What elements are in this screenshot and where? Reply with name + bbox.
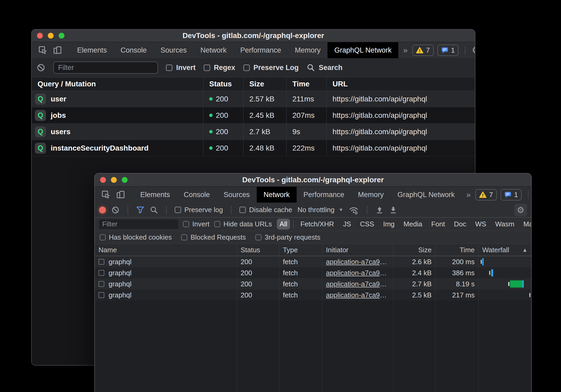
device-toolbar-icon[interactable] (113, 187, 128, 203)
col-size[interactable]: Size (243, 77, 286, 91)
col-status[interactable]: Status (237, 244, 279, 256)
checkbox[interactable] (204, 64, 210, 71)
initiator-link[interactable]: application-a7ca9d0… (326, 280, 389, 288)
initiator-link[interactable]: application-a7ca9d0… (326, 269, 389, 277)
table-row[interactable]: graphql 200 fetch application-a7ca9d0… 2… (95, 256, 531, 267)
table-row[interactable]: graphql 200 fetch application-a7ca9d0… 2… (95, 278, 531, 290)
more-tabs-icon[interactable]: » (461, 187, 475, 203)
filter-funnel-icon[interactable] (136, 206, 144, 214)
tab-console[interactable]: Console (177, 187, 217, 203)
warnings-badge[interactable]: 7 (475, 189, 497, 200)
zoom-button[interactable] (122, 177, 128, 183)
tab-elements[interactable]: Elements (133, 187, 177, 203)
tab-network[interactable]: Network (257, 187, 297, 203)
col-size[interactable]: Size (393, 244, 435, 256)
checkbox[interactable] (255, 234, 261, 240)
row-checkbox[interactable] (99, 292, 104, 298)
table-row[interactable]: graphql 200 fetch application-a7ca9d0… 2… (95, 267, 531, 278)
checkbox[interactable] (181, 234, 187, 240)
tab-sources[interactable]: Sources (154, 42, 194, 58)
minimize-button[interactable] (111, 177, 117, 183)
search-icon[interactable] (150, 206, 158, 214)
col-initiator[interactable]: Initiator (322, 244, 393, 256)
regex-checkbox[interactable]: Regex (204, 64, 235, 72)
titlebar[interactable]: DevTools - gitlab.com/-/graphql-explorer (95, 174, 531, 187)
type-filter-all[interactable]: All (277, 219, 290, 230)
has-blocked-cookies-checkbox[interactable]: Has blocked cookies (100, 233, 172, 241)
col-time[interactable]: Time (286, 77, 326, 91)
invert-checkbox[interactable]: Invert (166, 64, 196, 72)
type-filter-font[interactable]: Font (428, 219, 448, 230)
clear-icon[interactable] (111, 206, 120, 214)
tab-network[interactable]: Network (194, 42, 233, 58)
tab-graphql-network[interactable]: GraphQL Network (328, 42, 399, 58)
col-query-mutation[interactable]: Query / Mutation (32, 77, 203, 91)
network-settings-gear-icon[interactable]: ⚙ (514, 204, 527, 216)
device-toolbar-icon[interactable] (50, 42, 65, 58)
search-button[interactable]: Search (307, 63, 343, 72)
warnings-badge[interactable]: 7 (412, 45, 433, 56)
row-checkbox[interactable] (99, 270, 104, 276)
invert-checkbox[interactable]: Invert (183, 220, 209, 228)
more-tabs-icon[interactable]: » (398, 42, 412, 58)
type-filter-css[interactable]: CSS (357, 219, 377, 230)
hide-data-urls-checkbox[interactable]: Hide data URLs (214, 220, 272, 228)
checkbox[interactable] (239, 207, 246, 213)
type-filter-fetch-xhr[interactable]: Fetch/XHR (297, 219, 337, 230)
tab-performance[interactable]: Performance (297, 187, 351, 203)
zoom-button[interactable] (59, 33, 64, 39)
row-checkbox[interactable] (99, 259, 104, 265)
checkbox[interactable] (166, 64, 172, 71)
inspect-element-icon[interactable] (99, 187, 113, 203)
close-button[interactable] (37, 33, 43, 39)
col-type[interactable]: Type (279, 244, 322, 256)
titlebar[interactable]: DevTools - gitlab.com/-/graphql-explorer (32, 30, 475, 42)
type-filter-js[interactable]: JS (340, 219, 354, 230)
network-filter-input[interactable] (99, 220, 178, 229)
export-har-icon[interactable] (389, 206, 398, 214)
tab-memory[interactable]: Memory (288, 42, 328, 58)
type-filter-ws[interactable]: WS (472, 219, 490, 230)
initiator-link[interactable]: application-a7ca9d0… (326, 291, 389, 299)
tab-elements[interactable]: Elements (70, 42, 114, 58)
initiator-link[interactable]: application-a7ca9d0… (326, 258, 389, 266)
preserve-log-checkbox[interactable]: Preserve log (175, 206, 223, 214)
type-filter-img[interactable]: Img (380, 219, 398, 230)
table-row[interactable]: graphql 200 fetch application-a7ca9d0… 2… (95, 290, 531, 301)
checkbox[interactable] (100, 234, 106, 240)
col-waterfall[interactable]: Waterfall ▲ (478, 244, 531, 256)
table-row[interactable]: QinstanceSecurityDashboard 200 2.48 kB 2… (32, 140, 475, 156)
tab-console[interactable]: Console (114, 42, 154, 58)
preserve-log-checkbox[interactable]: Preserve Log (243, 64, 299, 72)
col-status[interactable]: Status (203, 77, 243, 91)
record-button[interactable] (99, 207, 106, 213)
checkbox[interactable] (243, 64, 250, 71)
col-time[interactable]: Time (435, 244, 478, 256)
close-button[interactable] (100, 177, 106, 183)
col-url[interactable]: URL (326, 77, 475, 91)
inspect-element-icon[interactable] (35, 42, 50, 58)
table-row[interactable]: Qjobs 200 2.45 kB 207ms https://gitlab.c… (32, 107, 475, 124)
import-har-icon[interactable] (375, 206, 384, 214)
type-filter-wasm[interactable]: Wasm (492, 219, 518, 230)
third-party-requests-checkbox[interactable]: 3rd-party requests (255, 233, 320, 241)
tab-graphql-network[interactable]: GraphQL Network (391, 187, 462, 203)
blocked-requests-checkbox[interactable]: Blocked Requests (181, 233, 246, 241)
messages-badge[interactable]: 1 (437, 45, 459, 56)
type-filter-manifest[interactable]: Manifest (520, 219, 532, 230)
type-filter-media[interactable]: Media (400, 219, 426, 230)
row-checkbox[interactable] (99, 281, 104, 287)
settings-gear-icon[interactable]: ⚙ (472, 45, 475, 55)
table-row[interactable]: Quser 200 2.57 kB 211ms https://gitlab.c… (32, 91, 475, 107)
checkbox[interactable] (175, 207, 181, 213)
checkbox[interactable] (183, 221, 189, 227)
network-conditions-icon[interactable] (348, 205, 359, 215)
col-name[interactable]: Name (95, 244, 237, 256)
type-filter-doc[interactable]: Doc (451, 219, 470, 230)
messages-badge[interactable]: 1 (501, 189, 522, 200)
graphql-filter-input[interactable] (53, 62, 158, 74)
disable-cache-checkbox[interactable]: Disable cache (239, 206, 292, 214)
block-icon[interactable] (36, 63, 45, 72)
tab-performance[interactable]: Performance (233, 42, 288, 58)
throttling-select[interactable]: No throttling ▼ (297, 206, 343, 214)
